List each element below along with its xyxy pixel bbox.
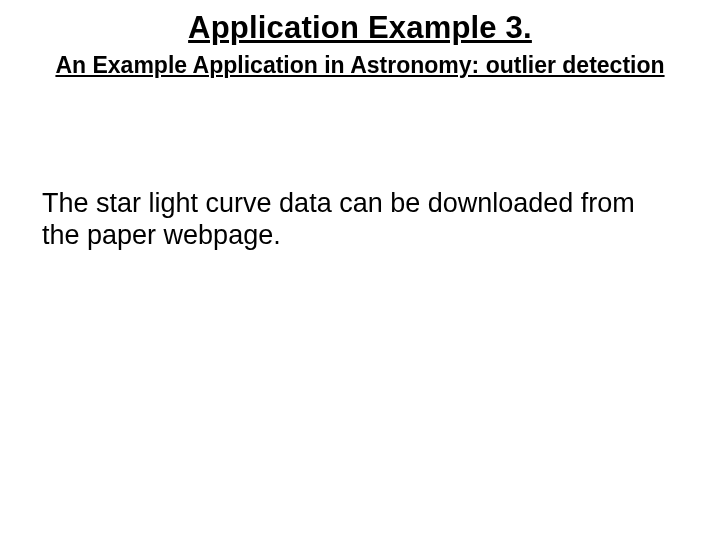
slide: Application Example 3. An Example Applic… [0,0,720,540]
slide-body-text: The star light curve data can be downloa… [42,188,654,252]
slide-subtitle: An Example Application in Astronomy: out… [0,52,720,79]
slide-title: Application Example 3. [0,10,720,46]
